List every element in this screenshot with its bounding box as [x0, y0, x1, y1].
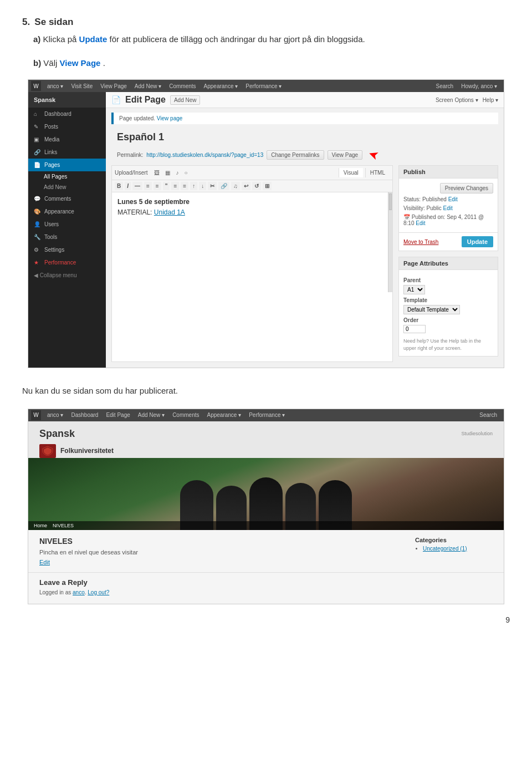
- wp2-logout-link[interactable]: Log out?: [88, 589, 109, 595]
- collapse-menu[interactable]: ◀ Collapse menu: [28, 269, 106, 282]
- order-input[interactable]: [403, 325, 426, 333]
- visibility-edit-link[interactable]: Edit: [443, 205, 453, 211]
- sidebar-item-posts[interactable]: ✎ Posts: [28, 120, 106, 133]
- wp-sidebar-site-name: Spansk: [28, 92, 106, 108]
- page-name-heading: Español 1: [111, 129, 498, 146]
- fullscreen-btn[interactable]: ↺: [252, 182, 261, 190]
- parent-dropdown[interactable]: A1: [403, 285, 425, 294]
- align-justify-btn[interactable]: ↓: [199, 182, 206, 190]
- ol-btn[interactable]: ≡: [154, 182, 161, 190]
- adminbar2-edit-page[interactable]: Edit Page: [102, 412, 134, 418]
- move-to-trash-btn[interactable]: Move to Trash: [403, 239, 438, 245]
- wp2-nav-home[interactable]: Home: [34, 523, 47, 528]
- spell-check-btn[interactable]: ↩: [242, 182, 250, 190]
- dashboard-label: Dashboard: [44, 111, 71, 117]
- tab-visual[interactable]: Visual: [339, 168, 363, 177]
- upload-audio-btn[interactable]: ♪: [174, 169, 180, 176]
- published-edit-link[interactable]: Edit: [416, 220, 425, 226]
- wp2-sidebar-link[interactable]: Uncategorized (1): [423, 546, 467, 552]
- status-value: Published: [422, 196, 447, 202]
- parent-label: Parent: [403, 277, 493, 283]
- editor-content[interactable]: Lunes 5 de septiembre MATERIAL: Unidad 1…: [112, 192, 392, 292]
- view-page-link[interactable]: View page: [157, 115, 183, 121]
- wp-editor: Upload/Insert 🖼 ▦ ♪ ○ Visual HTML B I —: [111, 165, 393, 362]
- wp2-sidebar-col: Categories Uncategorized (1): [415, 537, 493, 566]
- help-btn[interactable]: Help ▾: [483, 97, 498, 103]
- sidebar-subitem-all-pages[interactable]: All Pages: [28, 171, 106, 182]
- unlink-btn[interactable]: 🔗: [218, 182, 229, 190]
- status-label: Status:: [403, 196, 421, 202]
- status-edit-link[interactable]: Edit: [448, 196, 458, 202]
- sidebar-item-links[interactable]: 🔗 Links: [28, 146, 106, 159]
- upload-media-btn[interactable]: 🖼: [152, 169, 161, 176]
- permalink-url[interactable]: http://blog.studieskolen.dk/spansk/?page…: [146, 152, 263, 158]
- wp2-edit-link[interactable]: Edit: [39, 559, 50, 566]
- sidebar-item-performance[interactable]: ★ Performance: [28, 256, 106, 269]
- links-label: Links: [44, 149, 57, 155]
- page-attributes-body: Parent A1 Template Default Template: [399, 270, 498, 356]
- adminbar-item-comments[interactable]: Comments: [165, 83, 200, 89]
- link-btn[interactable]: ✂: [208, 182, 217, 190]
- settings-label: Settings: [44, 247, 64, 253]
- template-select[interactable]: Default Template: [403, 305, 493, 314]
- template-label: Template: [403, 297, 493, 303]
- upload-video-btn[interactable]: ▦: [163, 169, 172, 176]
- sidebar-item-media[interactable]: ▣ Media: [28, 133, 106, 146]
- align-right-btn[interactable]: ↑: [190, 182, 197, 190]
- wp-main: 📄 Edit Page Add New Screen Options ▾ Hel…: [106, 92, 504, 368]
- wp2-nav-niveles[interactable]: NIVELES: [53, 523, 74, 528]
- screen-options-btn[interactable]: Screen Options ▾: [436, 97, 478, 103]
- adminbar2-dashboard[interactable]: Dashboard: [67, 412, 102, 418]
- adminbar-item-performance[interactable]: Performance ▾: [242, 83, 285, 89]
- sidebar-item-tools[interactable]: 🔧 Tools: [28, 231, 106, 243]
- tab-html[interactable]: HTML: [365, 168, 390, 177]
- sidebar-item-appearance[interactable]: 🎨 Appearance: [28, 205, 106, 218]
- adminbar-howdy[interactable]: Howdy, anco ▾: [457, 83, 501, 89]
- wp2-user-link[interactable]: anco: [73, 589, 85, 595]
- change-permalinks-btn[interactable]: Change Permalinks: [267, 150, 324, 160]
- parent-select[interactable]: A1: [403, 285, 493, 294]
- media-icon: ▣: [34, 136, 42, 142]
- adminbar-search[interactable]: Search: [432, 83, 457, 89]
- update-btn[interactable]: Update: [462, 236, 493, 247]
- adminbar2-performance[interactable]: Performance ▾: [245, 412, 289, 418]
- adminbar-item-appearance[interactable]: Appearance ▾: [200, 83, 242, 89]
- adminbar-item-anco[interactable]: anco ▾: [43, 83, 67, 89]
- insert-more-btn[interactable]: ♫: [231, 182, 240, 190]
- adminbar2-search[interactable]: Search: [475, 412, 501, 418]
- visibility-label: Visibility:: [403, 205, 425, 211]
- adminbar2-anco[interactable]: anco ▾: [43, 412, 67, 418]
- adminbar-item-visit-site[interactable]: Visit Site: [67, 83, 96, 89]
- italic-btn[interactable]: I: [125, 182, 131, 190]
- view-page-btn[interactable]: View Page: [328, 150, 363, 160]
- editor-link-unidad[interactable]: Unidad 1A: [154, 208, 185, 216]
- wp2-comments-text: Logged in as anco. Log out?: [39, 589, 493, 595]
- adminbar2-comments[interactable]: Comments: [168, 412, 203, 418]
- template-dropdown[interactable]: Default Template: [403, 305, 460, 314]
- sidebar-item-comments[interactable]: 💬 Comments: [28, 192, 106, 205]
- sidebar-item-settings[interactable]: ⚙ Settings: [28, 243, 106, 256]
- sidebar-item-users[interactable]: 👤 Users: [28, 218, 106, 231]
- adminbar2-appearance[interactable]: Appearance ▾: [203, 412, 245, 418]
- align-left-btn[interactable]: ≡: [171, 182, 179, 190]
- bold-btn[interactable]: B: [115, 182, 123, 190]
- adminbar-item-view-page[interactable]: View Page: [96, 83, 131, 89]
- preview-changes-btn[interactable]: Preview Changes: [440, 183, 493, 193]
- page-attributes-header: Page Attributes: [399, 257, 498, 270]
- sidebar-item-dashboard[interactable]: ⌂ Dashboard: [28, 108, 106, 120]
- admin-bar: W anco ▾ Visit Site View Page Add New ▾ …: [28, 80, 504, 92]
- ul-btn[interactable]: ≡: [144, 182, 152, 190]
- kitchen-sink-btn[interactable]: ⊞: [263, 182, 272, 190]
- performance-label: Performance: [44, 259, 76, 266]
- sidebar-subitem-add-new[interactable]: Add New: [28, 182, 106, 192]
- sidebar-item-pages[interactable]: 📄 Pages: [28, 159, 106, 171]
- strikethrough-btn[interactable]: —: [132, 182, 142, 190]
- upload-other-btn[interactable]: ○: [182, 169, 189, 176]
- help-text: Need help? Use the Help tab in the upper…: [403, 338, 493, 352]
- adminbar2-add-new[interactable]: Add New ▾: [134, 412, 168, 418]
- add-new-button[interactable]: Add New: [170, 95, 201, 105]
- adminbar-item-add-new[interactable]: Add New ▾: [131, 83, 165, 89]
- align-center-btn[interactable]: ≡: [181, 182, 188, 190]
- blockquote-btn[interactable]: ": [163, 182, 170, 190]
- editor-scrollbar[interactable]: [388, 192, 392, 292]
